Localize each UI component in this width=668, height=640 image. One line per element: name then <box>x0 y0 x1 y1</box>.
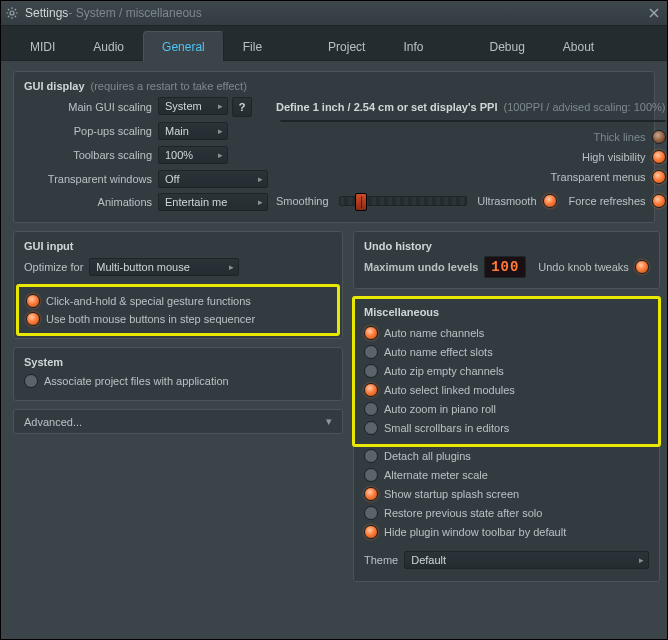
close-button[interactable] <box>645 4 663 22</box>
dropdown-animations[interactable]: Entertain me▸ <box>158 193 268 211</box>
toggle-high-visibility[interactable]: High visibility <box>582 148 666 166</box>
help-button[interactable]: ? <box>232 97 252 117</box>
tab-general[interactable]: General <box>143 31 224 61</box>
radio-icon <box>635 260 649 274</box>
label-transparent-windows: Transparent windows <box>24 173 152 185</box>
toggle-misc-extra-2[interactable]: Show startup splash screen <box>364 485 649 503</box>
toggle-misc-extra-4[interactable]: Hide plugin window toolbar by default <box>364 523 649 541</box>
label-main-scaling: Main GUI scaling <box>24 101 152 113</box>
radio-icon <box>26 294 40 308</box>
radio-icon <box>26 312 40 326</box>
radio-icon <box>652 194 666 208</box>
tab-file[interactable]: File <box>224 31 281 61</box>
dropdown-main-scaling[interactable]: System▸ <box>158 97 228 115</box>
radio-icon <box>364 402 378 416</box>
label-animations: Animations <box>24 196 152 208</box>
toggle-misc-1[interactable]: Auto name effect slots <box>364 343 649 361</box>
dropdown-transparent-windows-value: Off <box>165 173 179 185</box>
radio-icon <box>364 383 378 397</box>
label-max-undo: Maximum undo levels <box>364 261 478 273</box>
group-gui-input: GUI input Optimize for Multi-button mous… <box>13 231 343 339</box>
radio-icon <box>364 468 378 482</box>
radio-icon <box>652 150 666 164</box>
radio-icon <box>364 525 378 539</box>
label-smoothing: Smoothing <box>276 195 329 207</box>
radio-icon <box>364 506 378 520</box>
chevron-right-icon: ▸ <box>218 126 223 136</box>
titlebar: Settings - System / miscellaneous <box>1 1 667 26</box>
dropdown-transparent-windows[interactable]: Off▸ <box>158 170 268 188</box>
toggle-misc-extra-1[interactable]: Alternate meter scale <box>364 466 649 484</box>
ppi-ruler[interactable] <box>280 120 666 122</box>
dropdown-optimize-for-value: Multi-button mouse <box>96 261 190 273</box>
label-undo-knob: Undo knob tweaks <box>538 261 629 273</box>
radio-icon <box>364 345 378 359</box>
label-theme: Theme <box>364 554 398 566</box>
tab-audio[interactable]: Audio <box>74 31 143 61</box>
smoothing-slider[interactable] <box>339 196 468 206</box>
tab-project[interactable]: Project <box>309 31 384 61</box>
chevron-right-icon: ▸ <box>229 262 234 272</box>
tabbar: MIDI Audio General File Project Info Deb… <box>1 26 667 61</box>
toggle-undo-knob-tweaks[interactable]: Undo knob tweaks <box>538 258 649 276</box>
toggle-misc-extra-3-label: Restore previous state after solo <box>384 507 542 519</box>
toggle-misc-4-label: Auto zoom in piano roll <box>384 403 496 415</box>
chevron-right-icon: ▸ <box>218 150 223 160</box>
tab-about[interactable]: About <box>544 31 613 61</box>
radio-icon <box>364 364 378 378</box>
toggle-force-refreshes[interactable]: Force refreshes <box>569 192 666 210</box>
toggle-misc-3[interactable]: Auto select linked modules <box>364 381 649 399</box>
group-title-undo: Undo history <box>364 240 649 252</box>
label-ppi-hint: (100PPI / advised scaling: 100%) <box>503 101 665 113</box>
advanced-expander[interactable]: Advanced... ▾ <box>13 409 343 434</box>
slider-thumb[interactable] <box>355 193 367 211</box>
radio-icon <box>364 421 378 435</box>
toggle-misc-4[interactable]: Auto zoom in piano roll <box>364 400 649 418</box>
max-undo-levels-input[interactable]: 100 <box>484 256 526 278</box>
radio-icon <box>543 194 557 208</box>
toggle-misc-extra-0[interactable]: Detach all plugins <box>364 447 649 465</box>
label-ultrasmooth: Ultrasmooth <box>477 195 536 207</box>
tab-info[interactable]: Info <box>384 31 442 61</box>
radio-icon <box>652 170 666 184</box>
toggle-misc-extra-3[interactable]: Restore previous state after solo <box>364 504 649 522</box>
highlight-miscellaneous: Miscellaneous Auto name channelsAuto nam… <box>354 298 659 445</box>
toggle-both-mouse-buttons[interactable]: Use both mouse buttons in step sequencer <box>26 310 330 328</box>
label-advanced: Advanced... <box>24 416 82 428</box>
tab-debug[interactable]: Debug <box>470 31 543 61</box>
label-thick-lines: Thick lines <box>594 131 646 143</box>
toggle-thick-lines[interactable]: Thick lines <box>594 128 666 146</box>
toggle-misc-0[interactable]: Auto name channels <box>364 324 649 342</box>
group-title-gui-hint: (requires a restart to take effect) <box>91 80 247 92</box>
dropdown-popups-scaling[interactable]: Main▸ <box>158 122 228 140</box>
toggle-transparent-menus[interactable]: Transparent menus <box>551 168 666 186</box>
ppi-row: Define 1 inch / 2.54 cm or set display's… <box>276 96 666 118</box>
toggle-misc-5[interactable]: Small scrollbars in editors <box>364 419 649 437</box>
label-transparent-menus: Transparent menus <box>551 171 646 183</box>
chevron-down-icon: ▾ <box>326 415 332 428</box>
dropdown-optimize-for[interactable]: Multi-button mouse▸ <box>89 258 239 276</box>
toggle-misc-5-label: Small scrollbars in editors <box>384 422 509 434</box>
toggle-click-and-hold[interactable]: Click-and-hold & special gesture functio… <box>26 292 330 310</box>
chevron-right-icon: ▸ <box>639 555 644 565</box>
label-force-refreshes: Force refreshes <box>569 195 646 207</box>
highlight-input-toggles: Click-and-hold & special gesture functio… <box>18 286 338 334</box>
radio-icon <box>364 487 378 501</box>
toggle-misc-2-label: Auto zip empty channels <box>384 365 504 377</box>
dropdown-toolbars-scaling-value: 100% <box>165 149 193 161</box>
group-title-input: GUI input <box>24 240 332 252</box>
tab-midi[interactable]: MIDI <box>11 31 74 61</box>
dropdown-theme[interactable]: Default▸ <box>404 551 649 569</box>
label-toolbars-scaling: Toolbars scaling <box>24 149 152 161</box>
dropdown-toolbars-scaling[interactable]: 100%▸ <box>158 146 228 164</box>
dropdown-popups-scaling-value: Main <box>165 125 189 137</box>
chevron-right-icon: ▸ <box>258 174 263 184</box>
radio-icon <box>364 449 378 463</box>
toggle-misc-extra-0-label: Detach all plugins <box>384 450 471 462</box>
breadcrumb: - System / miscellaneous <box>68 6 201 20</box>
toggle-associate-files[interactable]: Associate project files with application <box>24 372 332 390</box>
dropdown-main-scaling-value: System <box>165 100 202 112</box>
toggle-ultrasmooth[interactable]: Ultrasmooth <box>477 192 556 210</box>
toggle-misc-2[interactable]: Auto zip empty channels <box>364 362 649 380</box>
toggle-misc-1-label: Auto name effect slots <box>384 346 493 358</box>
